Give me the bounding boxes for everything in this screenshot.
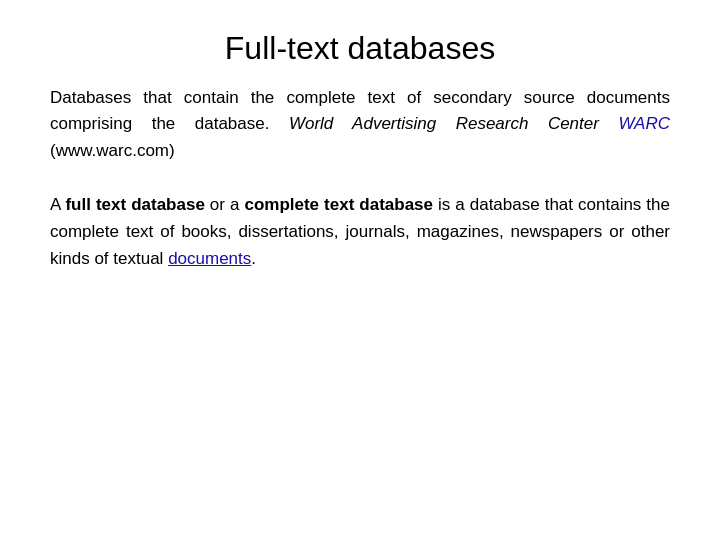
page-container: Full-text databases Databases that conta… <box>0 0 720 540</box>
warc-italic-title: World Advertising Research Center <box>289 114 599 133</box>
second-para-mid1: or a <box>205 195 245 214</box>
page-title: Full-text databases <box>50 30 670 67</box>
second-para-end: . <box>251 249 256 268</box>
first-paragraph: Databases that contain the complete text… <box>50 85 670 164</box>
warc-link[interactable]: WARC <box>599 114 670 133</box>
first-para-text-after: (www.warc.com) <box>50 141 175 160</box>
documents-link[interactable]: documents <box>168 249 251 268</box>
second-paragraph: A full text database or a complete text … <box>50 192 670 273</box>
second-para-intro: A <box>50 195 65 214</box>
complete-text-database-bold: complete text database <box>244 195 433 214</box>
full-text-database-bold: full text database <box>65 195 204 214</box>
